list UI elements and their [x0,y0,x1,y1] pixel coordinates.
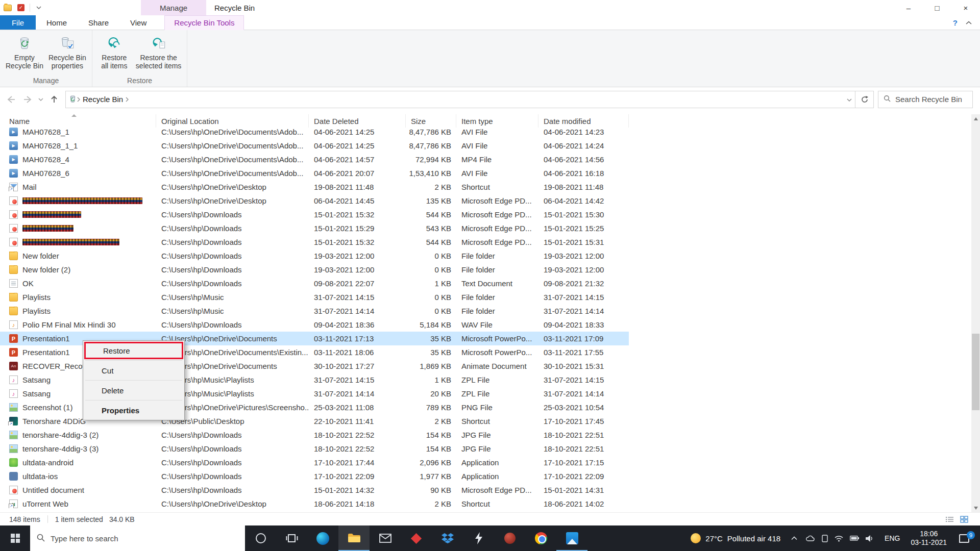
clock[interactable]: 18:06 03-11-2021 [905,530,952,547]
column-header-date-deleted[interactable]: Date Deleted [309,114,406,128]
file-row[interactable]: Untitled documentC:\Users\hp\Downloads15… [0,483,629,497]
file-row[interactable]: C:\Users\hp\Downloads15-01-2021 15:32544… [0,208,629,221]
battery-icon[interactable] [850,536,859,541]
up-button[interactable] [46,91,62,108]
tab-file[interactable]: File [0,15,36,30]
item-type: File folder [456,265,538,274]
contextual-tab-manage[interactable]: Manage [141,0,206,15]
mail-taskbar-icon[interactable] [370,525,401,551]
qat-check-icon[interactable]: ✓ [16,4,26,12]
action-center-button[interactable]: 9 [952,534,976,543]
help-icon[interactable]: ? [953,18,958,27]
taskbar: Type here to search 27°C [0,525,980,551]
address-bar[interactable]: Recycle Bin [65,91,855,108]
img-file-icon [9,444,18,453]
tab-recycle-bin-tools[interactable]: Recycle Bin Tools [164,15,244,30]
task-view-button[interactable] [276,525,307,551]
dropbox-taskbar-icon[interactable] [432,525,463,551]
column-header-date-modified[interactable]: Date modified [538,114,629,128]
file-row[interactable]: PlaylistsC:\Users\hp\Music31-07-2021 14:… [0,290,629,304]
empty-recycle-bin-button[interactable]: Empty Recycle Bin [3,33,46,71]
file-name: New folder [22,252,59,260]
date-modified: 31-07-2021 14:15 [538,293,629,302]
wifi-icon[interactable] [835,535,843,542]
file-row[interactable]: C:\Users\hp\Downloads15-01-2021 15:32544… [0,235,629,249]
weather-widget[interactable]: 27°C Polluted air 418 [683,533,788,543]
large-icons-view-button[interactable] [960,515,969,523]
file-row[interactable]: MAH07628_1_1C:\Users\hp\OneDrive\Documen… [0,139,629,153]
file-row[interactable]: tenorshare-4ddig-3 (2)C:\Users\hp\Downlo… [0,428,629,442]
language-indicator[interactable]: ENG [879,534,905,542]
file-row[interactable]: New folderC:\Users\hp\Downloads19-03-202… [0,249,629,263]
recycle-bin-properties-button[interactable]: Recycle Bin properties [46,33,89,71]
restore-selected-items-button[interactable]: Restore the selected items [133,33,184,71]
chrome-taskbar-icon[interactable] [525,525,556,551]
photos-taskbar-icon[interactable] [556,525,587,551]
file-row[interactable]: Polio FM Final Mix Hindi 30C:\Users\hp\D… [0,318,629,332]
maximize-button[interactable]: □ [923,0,951,15]
file-row[interactable]: MAH07628_6C:\Users\hp\OneDrive\Documents… [0,166,629,180]
refresh-button[interactable] [855,91,874,108]
file-row[interactable]: uTorrent WebC:\Users\hp\OneDrive\Desktop… [0,497,629,511]
qat-customize-chevron-icon[interactable] [34,4,43,12]
column-header-item-type[interactable]: Item type [456,114,538,128]
forward-button[interactable] [19,91,36,108]
column-header-name[interactable]: Name [0,114,156,128]
hidden-icons-chevron[interactable] [788,525,801,551]
sun-icon [691,533,701,543]
vertical-scrollbar[interactable] [971,114,980,512]
tab-share[interactable]: Share [78,15,119,30]
volume-icon[interactable] [866,535,874,542]
date-modified: 17-10-2021 22:09 [538,472,629,481]
maroon-app-icon[interactable] [494,525,525,551]
file-row[interactable]: tenorshare-4ddig-3 (3)C:\Users\hp\Downlo… [0,442,629,456]
collapse-ribbon-icon[interactable] [966,18,972,27]
minimize-button[interactable]: – [894,0,923,15]
file-row[interactable]: ultdata-androidC:\Users\hp\Downloads17-1… [0,456,629,469]
file-row[interactable]: OKC:\Users\hp\Downloads09-08-2021 22:071… [0,277,629,290]
search-box[interactable]: Search Recycle Bin [878,91,973,108]
tab-home[interactable]: Home [36,15,78,30]
file-row[interactable]: PlaylistsC:\Users\hp\Music31-07-2021 14:… [0,304,629,318]
tab-view[interactable]: View [119,15,157,30]
recent-locations-chevron-icon[interactable] [36,91,46,108]
scrollbar-thumb[interactable] [972,334,979,410]
red-diamond-app-icon[interactable] [401,525,432,551]
properties-icon [60,35,75,54]
onedrive-cloud-icon[interactable] [806,535,815,541]
details-view-button[interactable] [945,515,954,523]
breadcrumb-location[interactable]: Recycle Bin [83,95,123,104]
scroll-down-icon[interactable] [971,504,980,512]
cortana-button[interactable] [245,525,276,551]
file-row[interactable]: MAH07628_4C:\Users\hp\OneDrive\Documents… [0,153,629,166]
context-menu-item-properties[interactable]: Properties [84,402,183,419]
context-menu-item-restore[interactable]: Restore [84,342,183,359]
context-menu-item-cut[interactable]: Cut [84,362,183,379]
close-button[interactable]: × [951,0,980,15]
ribbon-group-label: Restore [95,74,184,87]
item-type: WAV File [456,320,538,329]
start-button[interactable] [0,525,30,551]
file-explorer-taskbar-icon[interactable] [338,525,370,551]
file-row[interactable]: ultdata-iosC:\Users\hp\Downloads17-10-20… [0,469,629,483]
tablet-icon[interactable] [822,535,828,542]
file-row[interactable]: C:\Users\hp\Downloads15-01-2021 15:29543… [0,221,629,235]
restore-all-items-button[interactable]: Restore all items [95,33,133,71]
back-button[interactable] [3,91,19,108]
address-dropdown-chevron-icon[interactable] [847,95,852,104]
redacted-file-name [22,225,74,232]
column-header-size[interactable]: Size [406,114,456,128]
item-type: Microsoft PowerPo... [456,348,538,357]
file-row[interactable]: C:\Users\hp\OneDrive\Desktop06-04-2021 1… [0,194,629,208]
time: 18:06 [911,530,947,538]
scroll-up-icon[interactable] [971,114,980,123]
file-row[interactable]: New folder (2)C:\Users\hp\Downloads19-03… [0,263,629,277]
column-header-original-location[interactable]: Original Location [156,114,309,128]
file-name: Presentation1 [22,334,70,343]
taskbar-search-box[interactable]: Type here to search [30,525,245,551]
edge-taskbar-icon[interactable] [307,525,338,551]
file-name: tenorshare-4ddig-3 (3) [22,444,99,453]
file-row[interactable]: MailC:\Users\hp\OneDrive\Desktop19-08-20… [0,180,629,194]
lightning-app-icon[interactable] [463,525,494,551]
context-menu-item-delete[interactable]: Delete [84,382,183,399]
